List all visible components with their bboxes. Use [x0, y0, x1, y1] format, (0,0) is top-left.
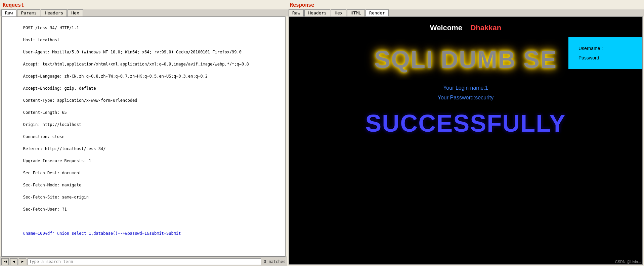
response-tab-bar: Raw Headers Hex HTML Render: [287, 9, 644, 16]
request-content-area: POST /Less-34/ HTTP/1.1 Host: localhost …: [1, 16, 286, 257]
match-count: 0 matches: [264, 259, 286, 264]
prev-prev-button[interactable]: ⏮: [1, 258, 9, 265]
rendered-page: Welcome Dhakkan Username : Password : SQ…: [289, 17, 642, 264]
request-line-11: Referer: http://localhost/Less-34/: [23, 146, 106, 151]
request-line-12: Upgrade-Insecure-Requests: 1: [23, 159, 91, 163]
password-label: Password :: [578, 53, 632, 62]
tab-hex-request[interactable]: Hex: [68, 9, 83, 16]
request-title: Request: [0, 0, 287, 9]
left-panel: Request Raw Params Headers Hex POST /Les…: [0, 0, 287, 266]
login-name-value: Your Login name:1: [289, 83, 642, 93]
csdn-watermark: CSDN @Livin...: [615, 260, 641, 264]
tab-raw-response[interactable]: Raw: [289, 9, 304, 16]
request-bottom-bar: ⏮ ◀ ▶ 0 matches: [0, 257, 287, 266]
tab-html-response[interactable]: HTML: [347, 9, 365, 16]
request-line-15: Sec-Fetch-Site: same-origin: [23, 195, 89, 200]
request-line-3: User-Agent: Mozilla/5.0 (Windows NT 10.0…: [23, 50, 242, 54]
tab-headers-response[interactable]: Headers: [304, 9, 330, 16]
tab-hex-response[interactable]: Hex: [331, 9, 346, 16]
tab-raw-request[interactable]: Raw: [1, 9, 16, 16]
request-line-6: Accept-Encoding: gzip, deflate: [23, 86, 96, 91]
request-line-4: Accept: text/html,application/xhtml+xml,…: [23, 62, 249, 66]
request-line-16: Sec-Fetch-User: ?1: [23, 207, 67, 212]
welcome-name: Dhakkan: [470, 24, 501, 32]
welcome-line: Welcome Dhakkan: [289, 17, 642, 36]
tab-headers-request[interactable]: Headers: [41, 9, 67, 16]
request-url-line: uname=100%df' union select 1,database()-…: [23, 231, 181, 236]
right-panel: Response Raw Headers Hex HTML Render Wel…: [287, 0, 644, 266]
search-input[interactable]: [28, 258, 261, 265]
request-line-2: Host: localhost: [23, 38, 59, 42]
request-body: POST /Less-34/ HTTP/1.1 Host: localhost …: [2, 17, 285, 245]
tab-render-response[interactable]: Render: [366, 9, 389, 16]
main-container: Request Raw Params Headers Hex POST /Les…: [0, 0, 644, 266]
request-line-9: Origin: http://localhost: [23, 122, 81, 127]
username-label: Username :: [578, 44, 632, 53]
response-title: Response: [287, 0, 644, 9]
request-line-8: Content-Length: 65: [23, 110, 67, 115]
request-line-13: Sec-Fetch-Dest: document: [23, 171, 81, 175]
request-line-5: Accept-Language: zh-CN,zh;q=0.8,zh-TW;q=…: [23, 74, 208, 79]
next-button[interactable]: ▶: [19, 258, 26, 265]
request-line-14: Sec-Fetch-Mode: navigate: [23, 183, 81, 187]
request-tab-bar: Raw Params Headers Hex: [0, 9, 287, 16]
request-line-7: Content-Type: application/x-www-form-url…: [23, 98, 137, 103]
request-line-10: Connection: close: [23, 134, 65, 139]
tab-params[interactable]: Params: [17, 9, 40, 16]
request-line-1: POST /Less-34/ HTTP/1.1: [23, 26, 79, 30]
login-info: Your Login name:1 Your Password:security: [289, 83, 642, 103]
login-box: Username : Password :: [568, 37, 642, 69]
success-title: SUCCESSFULLY: [289, 106, 642, 140]
login-password-value: Your Password:security: [289, 93, 642, 103]
response-content: Welcome Dhakkan Username : Password : SQ…: [289, 16, 643, 265]
prev-button[interactable]: ◀: [10, 258, 17, 265]
welcome-text: Welcome: [430, 24, 462, 32]
